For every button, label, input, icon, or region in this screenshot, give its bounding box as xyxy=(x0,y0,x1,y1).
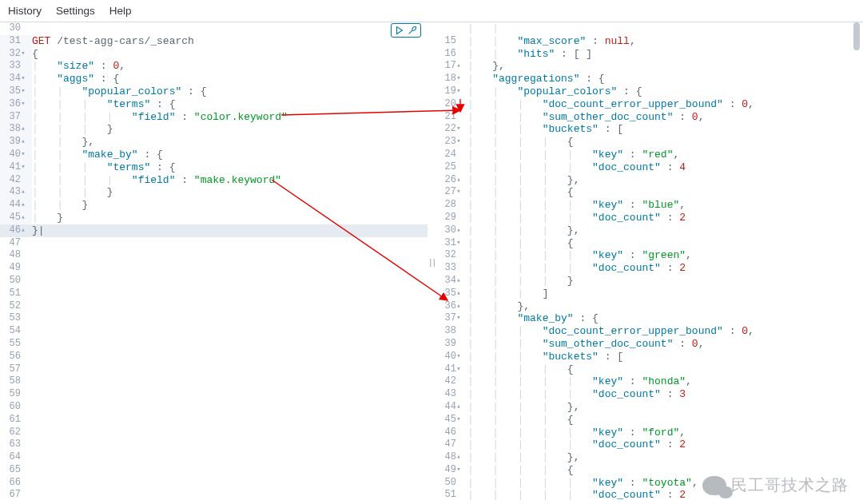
code-line[interactable]: | | | | { xyxy=(467,414,863,427)
svg-marker-0 xyxy=(397,27,403,34)
response-viewer[interactable]: | | 15| | "max_score" : null,16| | "hits… xyxy=(435,22,863,502)
code-line[interactable]: | | } xyxy=(32,199,428,212)
code-line[interactable]: | | | "terms" : { xyxy=(32,98,428,111)
code-line[interactable]: | | | } xyxy=(32,186,428,199)
code-line[interactable]: | | | | { xyxy=(467,237,863,250)
menu-history[interactable]: History xyxy=(8,5,42,17)
code-line[interactable]: | | | | | "key" : "green", xyxy=(467,249,863,262)
code-line[interactable]: | | "max_score" : null, xyxy=(467,35,863,48)
code-line[interactable]: | | | | "field" : "make.keyword" xyxy=(32,174,428,187)
code-line[interactable]: | | | | }, xyxy=(467,224,863,237)
code-line[interactable]: | | | | | "doc_count" : 3 xyxy=(467,388,863,401)
code-line[interactable] xyxy=(32,414,428,427)
code-line[interactable]: | | | ] xyxy=(467,288,863,300)
code-line[interactable] xyxy=(32,288,428,300)
code-line[interactable] xyxy=(32,477,428,490)
code-line[interactable]: | | | | } xyxy=(467,275,863,288)
code-line[interactable]: | | | "sum_other_doc_count" : 0, xyxy=(467,338,863,351)
line-number: 44▴ xyxy=(435,401,467,414)
code-line[interactable]: | } xyxy=(32,212,428,224)
code-line[interactable] xyxy=(32,363,428,376)
run-query-button[interactable] xyxy=(394,25,405,36)
menu-settings[interactable]: Settings xyxy=(56,5,95,17)
code-line[interactable] xyxy=(32,275,428,288)
code-line[interactable] xyxy=(32,22,428,35)
code-line[interactable] xyxy=(32,388,428,401)
code-line[interactable] xyxy=(32,325,428,338)
code-line[interactable]: | "aggregations" : { xyxy=(467,73,863,85)
code-line[interactable]: | }, xyxy=(467,60,863,73)
scrollbar[interactable] xyxy=(852,22,863,502)
watermark: 民工哥技术之路 xyxy=(702,474,849,496)
code-line[interactable]: | | "make_by" : { xyxy=(32,149,428,161)
line-number: 49 xyxy=(0,262,32,275)
code-line[interactable] xyxy=(32,237,428,250)
code-line[interactable]: { xyxy=(32,48,428,61)
code-line[interactable]: | | xyxy=(467,22,863,35)
code-line[interactable]: | | | "doc_count_error_upper_bound" : 0, xyxy=(467,98,863,111)
code-line[interactable]: GET /test-agg-cars/_search xyxy=(32,35,428,48)
code-line[interactable] xyxy=(32,489,428,502)
code-line[interactable]: | | | | { xyxy=(467,363,863,376)
menu-help[interactable]: Help xyxy=(109,5,132,17)
code-line[interactable]: }| xyxy=(32,224,428,237)
line-number: 36▴ xyxy=(435,300,467,313)
request-editor[interactable]: 3031GET /test-agg-cars/_search32▾{33| "s… xyxy=(0,22,428,502)
code-line[interactable] xyxy=(32,427,428,439)
code-line[interactable]: | | | | | "key" : "honda", xyxy=(467,375,863,388)
code-line[interactable]: | | | | }, xyxy=(467,174,863,187)
code-line[interactable] xyxy=(32,439,428,451)
code-line[interactable]: | | | | { xyxy=(467,186,863,199)
code-line[interactable]: | | | | | "doc_count" : 2 xyxy=(467,439,863,451)
line-number: 42 xyxy=(435,375,467,388)
line-number: 20 xyxy=(435,98,467,111)
line-number: 46▴ xyxy=(0,224,32,237)
code-line[interactable]: | | | "sum_other_doc_count" : 0, xyxy=(467,111,863,124)
code-line[interactable]: | | | "buckets" : [ xyxy=(467,123,863,136)
code-line[interactable]: | "aggs" : { xyxy=(32,73,428,85)
code-line[interactable]: | | }, xyxy=(32,136,428,149)
wechat-icon xyxy=(702,476,726,495)
line-number: 33 xyxy=(435,262,467,275)
code-line[interactable]: | | | | | "doc_count" : 2 xyxy=(467,212,863,224)
code-line[interactable] xyxy=(32,338,428,351)
code-line[interactable] xyxy=(32,375,428,388)
code-line[interactable]: | | | "buckets" : [ xyxy=(467,351,863,363)
code-line[interactable] xyxy=(32,351,428,363)
line-number: 38 xyxy=(435,325,467,338)
code-line[interactable] xyxy=(32,451,428,464)
code-line[interactable] xyxy=(32,464,428,477)
code-line[interactable]: | | | | }, xyxy=(467,502,863,502)
pane-splitter[interactable]: || xyxy=(428,22,435,502)
code-line[interactable]: | | | "doc_count_error_upper_bound" : 0, xyxy=(467,325,863,338)
code-line[interactable]: | | | | { xyxy=(467,136,863,149)
line-number: 34▾ xyxy=(0,73,32,85)
code-line[interactable]: | | | | | "key" : "red", xyxy=(467,149,863,161)
request-editor-pane: 3031GET /test-agg-cars/_search32▾{33| "s… xyxy=(0,22,428,502)
code-line[interactable] xyxy=(32,249,428,262)
code-line[interactable]: | | | } xyxy=(32,123,428,136)
code-line[interactable]: | | | | | "key" : "ford", xyxy=(467,427,863,439)
code-line[interactable] xyxy=(32,262,428,275)
line-number: 52▴ xyxy=(435,502,467,502)
code-line[interactable]: | | }, xyxy=(467,300,863,313)
code-line[interactable]: | "size" : 0, xyxy=(32,60,428,73)
code-line[interactable]: | | | "terms" : { xyxy=(32,161,428,174)
line-number: 28 xyxy=(435,199,467,212)
code-line[interactable]: | | | | }, xyxy=(467,401,863,414)
code-line[interactable]: | | "popular_colors" : { xyxy=(32,85,428,98)
wrench-icon[interactable] xyxy=(407,25,418,36)
code-line[interactable]: | | "hits" : [ ] xyxy=(467,48,863,61)
code-line[interactable]: | | | | | "doc_count" : 4 xyxy=(467,161,863,174)
code-line[interactable] xyxy=(32,312,428,325)
code-line[interactable]: | | | | | "key" : "blue", xyxy=(467,199,863,212)
code-line[interactable]: | | | | }, xyxy=(467,451,863,464)
code-line[interactable] xyxy=(32,502,428,502)
code-line[interactable]: | | | | "field" : "color.keyword" xyxy=(32,111,428,124)
code-line[interactable]: | | "popular_colors" : { xyxy=(467,85,863,98)
code-line[interactable] xyxy=(32,300,428,313)
line-number: 59 xyxy=(0,388,32,401)
code-line[interactable] xyxy=(32,401,428,414)
code-line[interactable]: | | "make_by" : { xyxy=(467,312,863,325)
code-line[interactable]: | | | | | "doc_count" : 2 xyxy=(467,262,863,275)
